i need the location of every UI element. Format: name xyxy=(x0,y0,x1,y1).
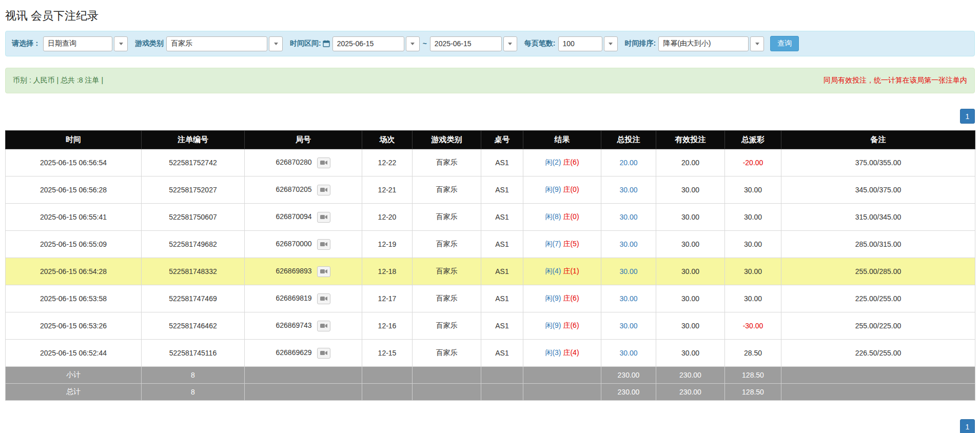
total-bet-link[interactable]: 30.00 xyxy=(619,267,637,275)
game-type-input[interactable] xyxy=(166,36,267,51)
table-row: 2025-06-15 06:54:28 522581748332 6268698… xyxy=(6,258,975,285)
cell-bet-id: 522581750607 xyxy=(142,204,245,231)
video-replay-icon xyxy=(320,214,327,220)
column-header: 场次 xyxy=(362,131,413,149)
page-size-input[interactable] xyxy=(558,36,602,51)
cell-round-id: 626869743 xyxy=(245,312,362,340)
game-type-dropdown-button[interactable] xyxy=(269,36,283,51)
cell-time: 2025-06-15 06:56:28 xyxy=(6,176,142,204)
video-replay-icon-button[interactable] xyxy=(317,348,330,359)
result-player: 闲(9) xyxy=(545,185,561,193)
column-header: 游戏类别 xyxy=(413,131,481,149)
page-button[interactable]: 1 xyxy=(960,109,975,124)
page-button[interactable]: 1 xyxy=(960,419,975,433)
video-replay-icon-button[interactable] xyxy=(317,266,330,277)
cell-game-type: 百家乐 xyxy=(413,340,481,367)
video-replay-icon-button[interactable] xyxy=(317,293,330,304)
cell-valid-bet: 30.00 xyxy=(656,204,725,231)
column-header: 注单编号 xyxy=(142,131,245,149)
subtotal-payout: 128.50 xyxy=(725,367,781,384)
total-label: 总计 xyxy=(6,384,142,401)
video-replay-icon-button[interactable] xyxy=(317,239,330,250)
total-empty xyxy=(413,384,481,401)
result-banker: 庄(0) xyxy=(563,185,579,193)
total-payout: 128.50 xyxy=(725,384,781,401)
date-to-input[interactable] xyxy=(430,36,502,51)
cell-result: 闲(9) 庄(0) xyxy=(523,176,601,204)
cell-round-id: 626870280 xyxy=(245,149,362,176)
column-header: 桌号 xyxy=(481,131,523,149)
cell-game-type: 百家乐 xyxy=(413,204,481,231)
cell-session: 12-20 xyxy=(362,204,413,231)
cell-total-bet: 30.00 xyxy=(601,176,656,204)
cell-game-type: 百家乐 xyxy=(413,231,481,258)
total-bet-link[interactable]: 30.00 xyxy=(619,294,637,303)
chevron-down-icon xyxy=(119,43,123,45)
video-replay-icon-button[interactable] xyxy=(317,212,330,223)
cell-valid-bet: 30.00 xyxy=(656,258,725,285)
result-player: 闲(3) xyxy=(545,348,561,357)
cell-payout: 30.00 xyxy=(725,176,781,204)
cell-table-no: AS1 xyxy=(481,176,523,204)
video-replay-icon xyxy=(320,269,327,274)
cell-table-no: AS1 xyxy=(481,231,523,258)
total-count: 8 xyxy=(142,384,245,401)
pagination-top: 1 xyxy=(5,109,975,124)
query-type-input[interactable] xyxy=(43,36,112,51)
cell-total-bet: 30.00 xyxy=(601,312,656,340)
cell-total-bet: 30.00 xyxy=(601,231,656,258)
cell-table-no: AS1 xyxy=(481,258,523,285)
table-row: 2025-06-15 06:53:58 522581747469 6268698… xyxy=(6,285,975,312)
total-bet-link[interactable]: 20.00 xyxy=(619,159,637,167)
date-to-dropdown-button[interactable] xyxy=(503,36,517,51)
round-id-text: 626870205 xyxy=(276,185,312,193)
total-bet-link[interactable]: 30.00 xyxy=(619,322,637,330)
cell-payout: 30.00 xyxy=(725,258,781,285)
round-id-text: 626869819 xyxy=(276,294,312,302)
total-bet-link[interactable]: 30.00 xyxy=(619,349,637,357)
total-valid-bet: 230.00 xyxy=(656,384,725,401)
table-row: 2025-06-15 06:53:26 522581746462 6268697… xyxy=(6,312,975,340)
cell-table-no: AS1 xyxy=(481,340,523,367)
video-replay-icon xyxy=(320,242,327,247)
chevron-down-icon xyxy=(609,43,613,45)
sort-input[interactable] xyxy=(658,36,749,51)
date-from-dropdown-button[interactable] xyxy=(406,36,420,51)
search-button[interactable]: 查询 xyxy=(770,36,799,51)
date-from-input[interactable] xyxy=(332,36,404,51)
query-type-dropdown-button[interactable] xyxy=(114,36,128,51)
cell-result: 闲(2) 庄(6) xyxy=(523,149,601,176)
total-empty xyxy=(362,384,413,401)
column-header: 有效投注 xyxy=(656,131,725,149)
page-size-dropdown-button[interactable] xyxy=(604,36,618,51)
cell-bet-id: 522581752027 xyxy=(142,176,245,204)
total-bet-link[interactable]: 30.00 xyxy=(619,186,637,194)
total-bet-link[interactable]: 30.00 xyxy=(619,213,637,221)
cell-valid-bet: 30.00 xyxy=(656,312,725,340)
cell-session: 12-18 xyxy=(362,258,413,285)
total-empty xyxy=(245,384,362,401)
cell-valid-bet: 30.00 xyxy=(656,285,725,312)
cell-payout: 30.00 xyxy=(725,204,781,231)
result-player: 闲(2) xyxy=(545,158,561,166)
date-to-combobox xyxy=(430,36,517,51)
video-replay-icon xyxy=(320,323,327,328)
video-replay-icon xyxy=(320,296,327,301)
cell-payout: 30.00 xyxy=(725,231,781,258)
result-banker: 庄(4) xyxy=(563,348,579,357)
subtotal-empty xyxy=(245,367,362,384)
sort-dropdown-button[interactable] xyxy=(750,36,764,51)
cell-bet-id: 522581752742 xyxy=(142,149,245,176)
subtotal-empty xyxy=(481,367,523,384)
date-range-label: 时间区间: xyxy=(290,39,330,48)
total-bet-link[interactable]: 30.00 xyxy=(619,240,637,248)
sort-label: 时间排序: xyxy=(625,39,656,48)
result-player: 闲(4) xyxy=(545,267,561,275)
cell-valid-bet: 30.00 xyxy=(656,176,725,204)
cell-session: 12-21 xyxy=(362,176,413,204)
video-replay-icon-button[interactable] xyxy=(317,158,330,168)
total-empty xyxy=(481,384,523,401)
video-replay-icon-button[interactable] xyxy=(317,185,330,195)
game-type-combobox xyxy=(166,36,283,51)
video-replay-icon-button[interactable] xyxy=(317,321,330,331)
